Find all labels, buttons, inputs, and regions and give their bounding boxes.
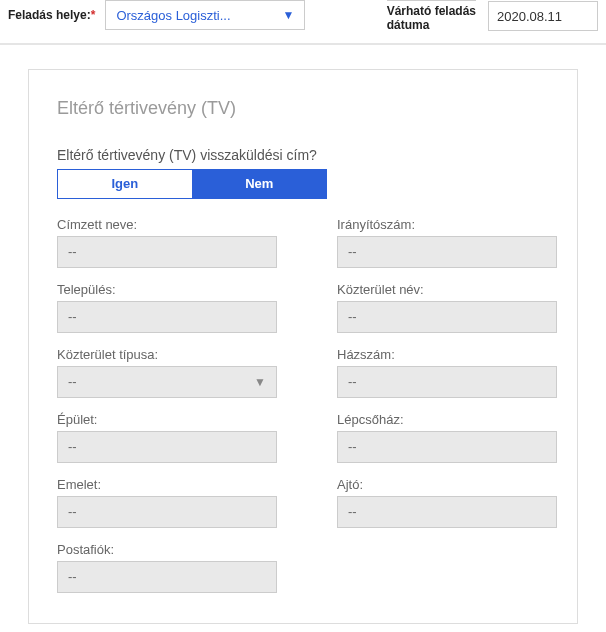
yes-button[interactable]: Igen xyxy=(57,169,192,199)
posting-place-label: Feladás helye:* xyxy=(8,8,95,22)
input-recipient-name[interactable]: -- xyxy=(57,236,277,268)
input-house-number[interactable]: -- xyxy=(337,366,557,398)
field-house-number: Házszám: -- xyxy=(337,347,557,398)
chevron-down-icon: ▼ xyxy=(254,375,266,389)
field-city: Település: -- xyxy=(57,282,277,333)
label-house-number: Házszám: xyxy=(337,347,557,362)
label-staircase: Lépcsőház: xyxy=(337,412,557,427)
yes-no-segmented: Igen Nem xyxy=(57,169,327,199)
label-building: Épület: xyxy=(57,412,277,427)
field-street-name: Közterület név: -- xyxy=(337,282,557,333)
label-street-type: Közterület típusa: xyxy=(57,347,277,362)
label-recipient-name: Címzett neve: xyxy=(57,217,277,232)
label-city: Település: xyxy=(57,282,277,297)
return-address-question: Eltérő tértivevény (TV) visszaküldési cí… xyxy=(57,147,549,163)
field-po-box: Postafiók: -- xyxy=(57,542,277,593)
field-building: Épület: -- xyxy=(57,412,277,463)
label-door: Ajtó: xyxy=(337,477,557,492)
input-postal-code[interactable]: -- xyxy=(337,236,557,268)
label-street-name: Közterület név: xyxy=(337,282,557,297)
input-po-box[interactable]: -- xyxy=(57,561,277,593)
input-street-name[interactable]: -- xyxy=(337,301,557,333)
posting-place-group: Feladás helye:* Országos Logiszti... ▼ xyxy=(8,0,305,30)
no-button[interactable]: Nem xyxy=(192,169,328,199)
card-wrapper: Eltérő tértivevény (TV) Eltérő tértivevé… xyxy=(0,45,606,632)
input-door[interactable]: -- xyxy=(337,496,557,528)
expected-date-label: Várható feladás dátuma xyxy=(387,0,476,33)
field-door: Ajtó: -- xyxy=(337,477,557,528)
required-asterisk: * xyxy=(91,8,96,22)
input-staircase[interactable]: -- xyxy=(337,431,557,463)
empty-cell xyxy=(337,542,557,593)
expected-date-group: Várható feladás dátuma xyxy=(387,0,598,33)
posting-place-value: Országos Logiszti... xyxy=(116,8,230,23)
input-building[interactable]: -- xyxy=(57,431,277,463)
field-postal-code: Irányítószám: -- xyxy=(337,217,557,268)
return-receipt-card: Eltérő tértivevény (TV) Eltérő tértivevé… xyxy=(28,69,578,624)
select-street-type[interactable]: -- ▼ xyxy=(57,366,277,398)
field-street-type: Közterület típusa: -- ▼ xyxy=(57,347,277,398)
card-title: Eltérő tértivevény (TV) xyxy=(57,98,549,119)
label-postal-code: Irányítószám: xyxy=(337,217,557,232)
label-floor: Emelet: xyxy=(57,477,277,492)
address-form: Címzett neve: -- Irányítószám: -- Telepü… xyxy=(57,217,549,593)
label-po-box: Postafiók: xyxy=(57,542,277,557)
chevron-down-icon: ▼ xyxy=(283,8,295,22)
posting-place-dropdown[interactable]: Országos Logiszti... ▼ xyxy=(105,0,305,30)
expected-date-input[interactable] xyxy=(488,1,598,31)
input-floor[interactable]: -- xyxy=(57,496,277,528)
field-floor: Emelet: -- xyxy=(57,477,277,528)
field-staircase: Lépcsőház: -- xyxy=(337,412,557,463)
input-city[interactable]: -- xyxy=(57,301,277,333)
topbar: Feladás helye:* Országos Logiszti... ▼ V… xyxy=(0,0,606,45)
field-recipient-name: Címzett neve: -- xyxy=(57,217,277,268)
